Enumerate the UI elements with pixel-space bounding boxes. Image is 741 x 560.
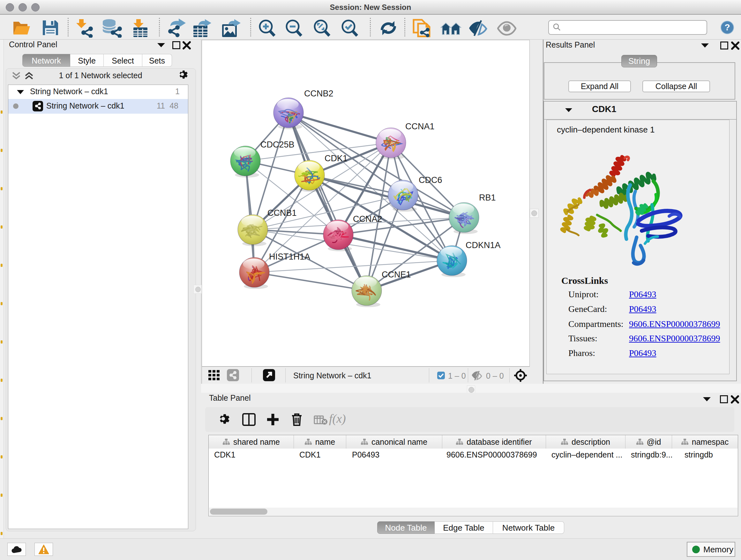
svg-text:CCNA1: CCNA1 bbox=[405, 122, 434, 131]
svg-text:CCNB1: CCNB1 bbox=[267, 208, 297, 218]
svg-text:CDC25B: CDC25B bbox=[260, 140, 294, 149]
svg-text:CDC6: CDC6 bbox=[419, 175, 442, 185]
svg-text:CDK1: CDK1 bbox=[325, 153, 347, 163]
svg-text:RB1: RB1 bbox=[479, 193, 496, 202]
svg-text:CCNA2: CCNA2 bbox=[353, 214, 382, 224]
svg-text:CDKN1A: CDKN1A bbox=[466, 240, 501, 250]
svg-text:CCNE1: CCNE1 bbox=[382, 270, 411, 279]
svg-text:CCNB2: CCNB2 bbox=[304, 89, 333, 98]
svg-text:HIST1H1A: HIST1H1A bbox=[269, 252, 310, 261]
